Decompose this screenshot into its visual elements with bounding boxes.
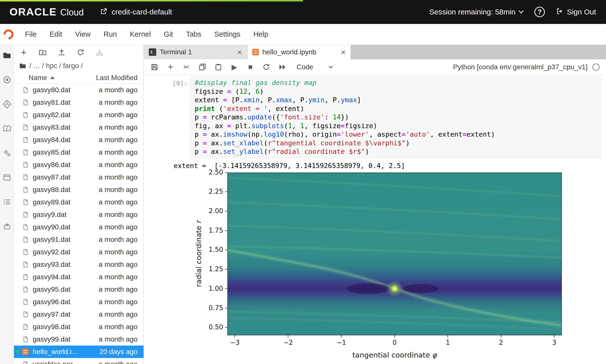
tab-label: Terminal 1 xyxy=(160,48,192,56)
oracle-cloud-logo[interactable]: ORACLE Cloud xyxy=(9,6,84,18)
menu-edit[interactable]: Edit xyxy=(43,30,69,38)
y-tick-label: 2.25 xyxy=(202,188,223,195)
new-folder-icon[interactable] xyxy=(38,48,47,57)
menu-kernel[interactable]: Kernel xyxy=(123,30,157,38)
notebook-catalog-icon[interactable] xyxy=(2,124,11,133)
insert-cell-icon[interactable]: + xyxy=(166,63,175,71)
file-row[interactable]: variables.para month ago xyxy=(14,358,144,364)
paste-cells-icon[interactable] xyxy=(214,63,223,71)
breadcrumb-separator: / xyxy=(29,62,31,70)
settings-gears-icon[interactable] xyxy=(2,149,11,158)
file-modified: a month ago xyxy=(99,161,144,169)
file-icon xyxy=(21,137,30,143)
file-modified: a month ago xyxy=(99,148,144,156)
file-row[interactable]: gasvy82.data month ago xyxy=(14,109,144,121)
file-row[interactable]: gasvy92.data month ago xyxy=(14,246,144,258)
home-folder-icon[interactable] xyxy=(19,62,26,70)
menu-view[interactable]: View xyxy=(69,30,97,38)
file-name: gasvy91.dat xyxy=(33,236,99,244)
help-button[interactable]: ? xyxy=(534,7,545,17)
file-row[interactable]: gasvy88.data month ago xyxy=(14,183,144,196)
file-row[interactable]: gasvy99.data month ago xyxy=(14,333,144,346)
tab-hello-world-ipynb[interactable]: hello_world.ipynb × xyxy=(247,45,351,59)
upload-icon[interactable] xyxy=(57,48,66,57)
refresh-icon[interactable] xyxy=(76,48,85,57)
file-modified: a month ago xyxy=(99,248,144,256)
file-modified: a month ago xyxy=(99,310,144,318)
file-row[interactable]: gasvy81.data month ago xyxy=(14,96,144,109)
copy-cells-icon[interactable] xyxy=(198,63,207,71)
file-row[interactable]: gasvy90.data month ago xyxy=(14,221,144,233)
menu-tabs[interactable]: Tabs xyxy=(179,30,208,38)
close-tab-icon[interactable]: × xyxy=(237,48,242,56)
new-launcher-icon[interactable]: + xyxy=(19,48,28,57)
breadcrumb-item[interactable]: hpc xyxy=(44,62,57,70)
breadcrumb-item[interactable]: … xyxy=(31,62,40,70)
workspaces-icon[interactable] xyxy=(2,173,11,182)
file-row[interactable]: gasvy98.data month ago xyxy=(14,321,144,333)
file-row[interactable]: gasvy89.data month ago xyxy=(14,196,144,208)
file-modified: a month ago xyxy=(99,261,144,269)
file-row[interactable]: gasvy86.data month ago xyxy=(14,159,144,171)
file-icon xyxy=(21,87,30,93)
menu-file[interactable]: File xyxy=(18,30,43,38)
file-icon xyxy=(21,236,30,243)
extensions-puzzle-icon[interactable] xyxy=(2,222,11,231)
breadcrumb-item[interactable]: fargo xyxy=(61,62,79,70)
cut-cells-icon[interactable]: ✂ xyxy=(182,63,191,71)
file-name: gasvy82.dat xyxy=(33,111,99,119)
project-link[interactable]: credit-card-default xyxy=(100,7,172,17)
breadcrumb-separator: / xyxy=(57,62,61,70)
x-axis-label: tangential coordinateφ xyxy=(352,351,437,359)
file-row[interactable]: gasvy95.data month ago xyxy=(14,283,144,296)
save-icon[interactable] xyxy=(150,63,159,71)
table-of-contents-icon[interactable] xyxy=(2,197,11,206)
file-row[interactable]: gasvy93.data month ago xyxy=(14,258,144,271)
file-row[interactable]: gasvy96.data month ago xyxy=(14,296,144,308)
file-row[interactable]: gasvy80.data month ago xyxy=(14,84,144,96)
file-row[interactable]: gasvy9.data month ago xyxy=(14,208,144,221)
restart-kernel-icon[interactable] xyxy=(262,63,271,71)
restart-run-all-icon[interactable] xyxy=(278,63,287,71)
file-row[interactable]: gasvy91.data month ago xyxy=(14,233,144,246)
file-row[interactable]: gasvy85.data month ago xyxy=(14,146,144,159)
file-row[interactable]: gasvy87.data month ago xyxy=(14,171,144,183)
kernel-name[interactable]: Python [conda env:generalml_p37_cpu_v1] xyxy=(453,63,588,71)
file-modified: a month ago xyxy=(99,111,144,119)
stop-kernel-icon[interactable]: ■ xyxy=(246,63,255,71)
file-name: gasvy95.dat xyxy=(33,285,99,293)
file-row[interactable]: hello_world.i...20 days ago xyxy=(14,346,144,358)
git-icon[interactable] xyxy=(2,100,11,109)
y-tick-mark xyxy=(225,230,227,231)
file-name: gasvy80.dat xyxy=(33,86,99,94)
file-row[interactable]: gasvy94.data month ago xyxy=(14,271,144,283)
running-sessions-icon[interactable] xyxy=(2,75,11,84)
file-name: gasvy90.dat xyxy=(33,223,99,231)
file-row[interactable]: gasvy83.data month ago xyxy=(14,121,144,134)
file-row[interactable]: gasvy84.data month ago xyxy=(14,134,144,146)
tab-terminal-1[interactable]: $_ Terminal 1 × xyxy=(144,45,247,59)
help-question-icon: ? xyxy=(538,8,542,16)
file-icon xyxy=(21,336,30,343)
sort-by-name-header[interactable]: Name xyxy=(28,74,55,82)
cell-type-dropdown[interactable]: Code xyxy=(297,63,332,71)
dock-tab-bar: $_ Terminal 1 × hello_world.ipynb × xyxy=(144,45,606,59)
code-cell[interactable]: [9]: #display final gas density mapfigsi… xyxy=(144,76,606,158)
menu-run[interactable]: Run xyxy=(97,30,123,38)
x-tick-mark xyxy=(235,335,235,338)
file-name: gasvy84.dat xyxy=(33,136,99,144)
file-browser-icon[interactable] xyxy=(2,51,11,60)
menu-git[interactable]: Git xyxy=(157,30,179,38)
session-remaining-dropdown[interactable]: Session remaining: 58min xyxy=(429,8,523,16)
menu-help[interactable]: Help xyxy=(247,30,275,38)
last-modified-header[interactable]: Last Modified xyxy=(96,74,138,82)
density-map-canvas xyxy=(228,173,561,335)
run-cell-icon[interactable]: ▶ xyxy=(230,63,239,71)
close-tab-icon[interactable]: × xyxy=(341,48,346,56)
sign-out-button[interactable]: Sign Out xyxy=(556,7,596,17)
code-editor[interactable]: #display final gas density mapfigsize = … xyxy=(190,76,601,158)
git-clone-icon[interactable] xyxy=(95,48,104,57)
menu-settings[interactable]: Settings xyxy=(208,30,247,38)
file-icon xyxy=(21,249,30,255)
file-row[interactable]: gasvy97.data month ago xyxy=(14,308,144,321)
